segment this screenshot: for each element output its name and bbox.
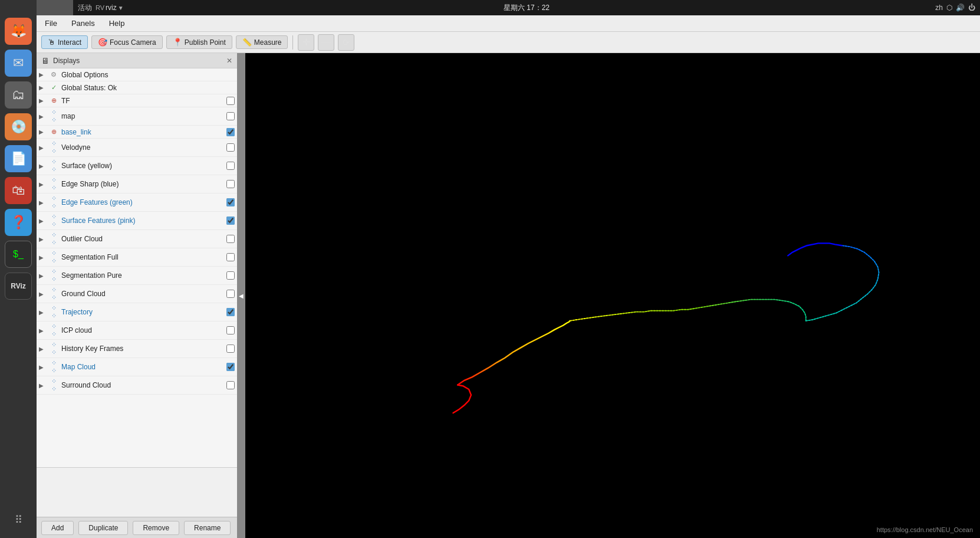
expand-arrow-icon: ▶ [39, 236, 48, 242]
email-icon[interactable]: ✉ [5, 50, 32, 77]
display-checkbox[interactable] [226, 271, 235, 280]
display-item-label: Outlier Cloud [61, 235, 226, 243]
activity-bar: 🦊 ✉ 🗂 💿 📄 🛍 ❓ $_ RViz ⠿ [0, 0, 37, 538]
viewport-3d[interactable]: https://blog.csdn.net/NEU_Ocean [245, 53, 980, 538]
duplicate-button[interactable]: Duplicate [78, 521, 128, 535]
power-icon: ⏻ [968, 4, 975, 12]
rotate-tool-button[interactable]: ⟳ [338, 34, 354, 51]
expand-arrow-icon: ▶ [39, 346, 48, 352]
expand-arrow-icon: ▶ [39, 113, 48, 120]
app-name-label: RV [96, 4, 104, 11]
display-checkbox[interactable] [226, 162, 235, 170]
points-icon: ⁘ ⁘ [48, 140, 59, 155]
focus-camera-button[interactable]: 🎯 Focus Camera [91, 35, 163, 49]
rename-button[interactable]: Rename [184, 521, 231, 535]
interact-icon: 🖱 [48, 38, 55, 47]
display-checkbox[interactable] [226, 180, 235, 188]
more-apps-icon[interactable]: ⠿ [5, 506, 32, 533]
expand-arrow-icon: ▶ [39, 382, 48, 389]
display-item[interactable]: ▶⁘ ⁘Segmentation Pure [37, 267, 237, 285]
display-item[interactable]: ▶⊕base_link [37, 126, 237, 139]
display-item-label: base_link [61, 128, 226, 136]
publish-point-label: Publish Point [185, 38, 226, 47]
display-checkbox[interactable] [226, 381, 235, 389]
expand-arrow-icon: ▶ [39, 129, 48, 135]
expand-arrow-icon: ▶ [39, 273, 48, 279]
files-icon[interactable]: 🗂 [5, 81, 32, 109]
points-icon: ⁘ ⁘ [48, 286, 59, 301]
menu-file[interactable]: File [41, 18, 61, 29]
display-checkbox[interactable] [226, 198, 235, 206]
menu-bar: File Panels Help [37, 15, 980, 32]
measure-button[interactable]: 📏 Measure [236, 35, 288, 49]
zoom-tool-button[interactable]: — [318, 34, 334, 51]
dropdown-arrow: ▼ [118, 5, 124, 11]
display-item[interactable]: ▶⁘ ⁘ICP cloud [37, 322, 237, 340]
display-checkbox[interactable] [226, 143, 235, 152]
display-item[interactable]: ▶⁘ ⁘Velodyne [37, 139, 237, 157]
display-item[interactable]: ▶⁘ ⁘Ground Cloud [37, 285, 237, 303]
expand-arrow-icon: ▶ [39, 163, 48, 169]
firefox-icon[interactable]: 🦊 [5, 18, 32, 45]
display-checkbox[interactable] [226, 253, 235, 261]
rviz-icon[interactable]: RViz [5, 273, 32, 300]
display-checkbox[interactable] [226, 112, 235, 120]
display-item-label: Edge Features (green) [61, 198, 226, 206]
display-checkbox[interactable] [226, 290, 235, 298]
points-icon: ⁘ ⁘ [48, 341, 59, 356]
display-checkbox[interactable] [226, 97, 235, 105]
display-item[interactable]: ▶⁘ ⁘map [37, 107, 237, 126]
display-item-label: Surround Cloud [61, 381, 226, 389]
system-clock: 星期六 17：22 [504, 3, 550, 13]
rviz-app-name: rviz [106, 4, 117, 12]
display-checkbox[interactable] [226, 128, 235, 136]
display-checkbox[interactable] [226, 363, 235, 371]
display-item-label: Segmentation Pure [61, 271, 226, 280]
display-item[interactable]: ▶✓Global Status: Ok [37, 81, 237, 94]
display-item-label: Surface (yellow) [61, 162, 226, 170]
toolbar: 🖱 Interact 🎯 Focus Camera 📍 Publish Poin… [37, 32, 980, 53]
display-checkbox[interactable] [226, 345, 235, 353]
points-icon: ⁘ ⁘ [48, 158, 59, 173]
menu-panels[interactable]: Panels [68, 18, 98, 29]
display-item-label: Edge Sharp (blue) [61, 180, 226, 188]
display-item[interactable]: ▶⁘ ⁘Surface (yellow) [37, 157, 237, 175]
menu-help[interactable]: Help [106, 18, 129, 29]
collapse-handle[interactable]: ◀ [237, 53, 245, 538]
display-item[interactable]: ▶⚙Global Options [37, 68, 237, 81]
display-item[interactable]: ▶⊕TF [37, 94, 237, 107]
remove-button[interactable]: Remove [133, 521, 179, 535]
disks-icon[interactable]: 💿 [5, 113, 32, 140]
display-item[interactable]: ▶⁘ ⁘Edge Features (green) [37, 193, 237, 212]
appstore-icon[interactable]: 🛍 [5, 177, 32, 204]
display-item[interactable]: ▶⁘ ⁘Surround Cloud [37, 376, 237, 395]
display-item[interactable]: ▶⁘ ⁘Segmentation Full [37, 248, 237, 267]
help-icon[interactable]: ❓ [5, 209, 32, 236]
display-checkbox[interactable] [226, 216, 235, 225]
expand-arrow-icon: ▶ [39, 199, 48, 206]
display-item[interactable]: ▶⁘ ⁘Trajectory [37, 303, 237, 322]
add-button[interactable]: Add [41, 521, 74, 535]
interact-button[interactable]: 🖱 Interact [41, 35, 88, 49]
display-item-label: map [61, 112, 226, 120]
display-item[interactable]: ▶⁘ ⁘History Key Frames [37, 340, 237, 358]
check-icon: ✓ [48, 84, 59, 91]
terminal-icon[interactable]: $_ [5, 241, 32, 268]
display-item-label: History Key Frames [61, 345, 226, 353]
display-item[interactable]: ▶⁘ ⁘Map Cloud [37, 358, 237, 376]
publish-point-button[interactable]: 📍 Publish Point [166, 35, 232, 49]
publish-point-icon: 📍 [173, 38, 182, 47]
panel-close-button[interactable]: ✕ [226, 57, 232, 65]
display-item-label: Trajectory [61, 308, 226, 316]
docs-icon[interactable]: 📄 [5, 145, 32, 172]
display-checkbox[interactable] [226, 308, 235, 316]
displays-header: 🖥 Displays ✕ [37, 53, 237, 68]
display-checkbox[interactable] [226, 326, 235, 334]
display-checkbox[interactable] [226, 235, 235, 243]
measure-icon: 📏 [242, 38, 252, 47]
display-item[interactable]: ▶⁘ ⁘Outlier Cloud [37, 230, 237, 248]
display-item[interactable]: ▶⁘ ⁘Surface Features (pink) [37, 212, 237, 230]
trajectory-visualization [245, 53, 980, 538]
move-tool-button[interactable]: ✛ [298, 34, 314, 51]
display-item[interactable]: ▶⁘ ⁘Edge Sharp (blue) [37, 175, 237, 193]
